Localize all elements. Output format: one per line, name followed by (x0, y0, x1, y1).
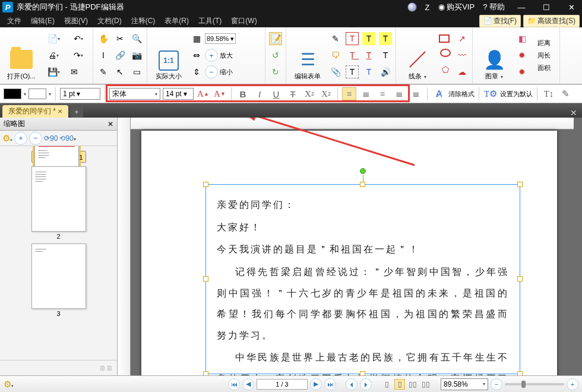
find-button[interactable]: 📄查找(F) (479, 15, 521, 27)
last-page-icon[interactable]: ⏭ (324, 378, 336, 390)
rotate-left-icon[interactable]: ↺ (269, 49, 282, 62)
next-page-icon[interactable]: ▶ (310, 378, 322, 390)
bold-icon[interactable]: B (236, 87, 250, 100)
cursor-icon[interactable]: ↖ (113, 65, 126, 78)
menu-view[interactable]: 视图(V) (59, 16, 93, 26)
font-size-select[interactable]: 14 pt ▾ (163, 88, 194, 100)
fill-color-swatch[interactable] (4, 88, 21, 99)
zoom-in-icon[interactable]: + (205, 49, 218, 62)
maximize-button[interactable]: ☐ (538, 3, 555, 12)
hand-tool-icon[interactable]: ✋ (97, 32, 110, 45)
panel-gear-icon[interactable]: ⚙▾ (2, 133, 12, 144)
copy-format-icon[interactable]: ✎ (558, 87, 572, 100)
strikeout-icon[interactable]: T (362, 65, 375, 78)
strikethrough-icon[interactable]: T (286, 87, 300, 100)
single-page-icon[interactable]: ▯ (381, 379, 392, 390)
menu-file[interactable]: 文件 (2, 16, 26, 26)
set-default-icon[interactable]: T⚙ (483, 87, 498, 100)
thumbnail-1[interactable]: ▬▬▬▬▬▬▬▬▬▬▬▬▬▬▬▬▬▬▬▬▬ 1 (31, 151, 86, 163)
thumbnail-3[interactable]: ▬▬▬▬▬▬▬▬▬▬ 3 (31, 244, 86, 317)
rotate-cw-icon[interactable]: ⟳90 (44, 134, 58, 143)
pencil-icon[interactable]: 〰 (456, 49, 469, 62)
textbox-icon[interactable]: T (346, 32, 359, 45)
fit-width-icon[interactable]: ⇔ (190, 49, 203, 62)
rotate-right-icon[interactable]: ↻ (269, 65, 282, 78)
replace-text-icon[interactable]: T (379, 49, 392, 62)
cloud-icon[interactable]: ☁ (456, 65, 469, 78)
advanced-find-button[interactable]: 📁高级查找(S) (523, 15, 580, 27)
page-view[interactable]: 亲爱的同学们： 大家好！ 今天我演讲的题目是＂和祖国在一起＂！ 记得先哲梁启超曾… (141, 131, 557, 375)
arrow-icon[interactable]: ↗ (456, 32, 469, 45)
first-page-icon[interactable]: ⏮ (228, 378, 240, 390)
text-selection-frame[interactable]: 亲爱的同学们： 大家好！ 今天我演讲的题目是＂和祖国在一起＂！ 记得先哲梁启超曾… (205, 184, 520, 374)
select-tool-icon[interactable]: I (97, 49, 110, 62)
underline-fmt-icon[interactable]: U (269, 87, 283, 100)
status-zoom-out-icon[interactable]: − (491, 378, 502, 390)
zoom-slider-knob[interactable] (521, 381, 526, 388)
sound-icon[interactable]: 🔊 (379, 65, 392, 78)
status-gear-icon[interactable]: ⚙▾ (4, 379, 14, 390)
menu-window[interactable]: 窗口(W) (226, 16, 261, 26)
lines-button[interactable]: 线条 ▾ (400, 30, 435, 81)
callout-icon[interactable]: T͟ (346, 49, 359, 62)
document-canvas[interactable]: 亲爱的同学们： 大家好！ 今天我演讲的题目是＂和祖国在一起＂！ 记得先哲梁启超曾… (118, 118, 582, 375)
open-button[interactable]: 打开(O)... (4, 30, 39, 81)
rotate-ccw-icon[interactable]: ⟲90▾ (59, 134, 75, 143)
text-highlight-icon[interactable]: T (362, 32, 375, 45)
underline-icon[interactable]: T (362, 49, 375, 62)
link-tool-icon[interactable]: 🔗 (113, 49, 126, 62)
edit-tool-icon[interactable]: ✎ (97, 65, 110, 78)
email-icon[interactable]: ✉ (68, 65, 81, 78)
text-tool2-icon[interactable]: T (379, 32, 392, 45)
close-button[interactable]: ✕ (563, 3, 580, 12)
eraser-icon[interactable]: ◧ (515, 32, 529, 45)
minimize-button[interactable]: — (513, 3, 530, 12)
menu-document[interactable]: 文档(D) (93, 16, 126, 26)
thumbnail-2[interactable]: ▬▬▬▬▬▬▬▬▬▬▬▬▬▬▬▬▬▬▬▬▬▬▬▬▬▬▬▬ 2 (31, 166, 86, 240)
align-distrib-icon[interactable]: ≣ (409, 87, 423, 100)
add-tab-button[interactable]: + (70, 107, 83, 118)
status-zoom-in-icon[interactable]: + (567, 378, 578, 390)
align-center-icon[interactable]: ≣ (359, 87, 373, 100)
line-weight-select[interactable]: 1 pt ▾ (60, 88, 100, 100)
two-page-icon[interactable]: ▯▯ (407, 379, 418, 390)
continuous-page-icon[interactable]: ▯ (394, 379, 405, 390)
nav-fwd-icon[interactable]: ⏵ (360, 378, 372, 390)
clear-format-icon[interactable]: A̷ (432, 87, 446, 100)
rect-icon[interactable] (439, 34, 450, 43)
handle-bl[interactable] (203, 371, 208, 375)
search-tool-icon[interactable]: 🔍 (130, 32, 143, 45)
handle-mr[interactable] (517, 276, 523, 282)
tabbar-close-icon[interactable]: ✕ (565, 108, 582, 118)
document-tab[interactable]: 亲爱的同学们 *✕ (2, 105, 68, 118)
gear2-icon[interactable]: ✹ (515, 49, 529, 62)
pointer-icon[interactable]: ▭ (130, 65, 143, 78)
camera-icon[interactable]: 📷 (130, 49, 143, 62)
prev-page-icon[interactable]: ◀ (242, 378, 254, 390)
align-right-icon[interactable]: ≡ (375, 87, 390, 100)
new-doc-icon[interactable]: 📄▾ (43, 32, 64, 45)
clear-format-label[interactable]: 清除格式 (448, 90, 475, 99)
text-dir-icon[interactable]: T↕ (542, 87, 556, 100)
fit-height-icon[interactable]: ⇕ (190, 65, 203, 78)
menu-comment[interactable]: 注释(C) (126, 16, 160, 26)
vip-button[interactable]: ◉ 购买VIP (438, 2, 475, 12)
increase-font-icon[interactable]: A▲ (196, 87, 210, 100)
stamps-button[interactable]: 👤 图章 ▾ (476, 30, 512, 81)
help-button[interactable]: ? 帮助 (483, 2, 505, 12)
ellipse-icon[interactable] (439, 46, 452, 59)
rotate-handle[interactable] (360, 168, 366, 174)
typewriter-icon[interactable]: T (346, 65, 359, 78)
zoom-slider[interactable] (505, 383, 564, 385)
handle-br[interactable] (517, 371, 523, 375)
thumb-zoom-out-icon[interactable]: − (29, 132, 42, 145)
italic-icon[interactable]: I (252, 87, 267, 100)
print-icon[interactable]: 🖨▾ (43, 49, 64, 62)
stroke-color-swatch[interactable] (29, 88, 46, 99)
menu-edit[interactable]: 编辑(E) (26, 16, 59, 26)
document-text[interactable]: 亲爱的同学们： 大家好！ 今天我演讲的题目是＂和祖国在一起＂！ 记得先哲梁启超曾… (206, 185, 520, 375)
note-icon[interactable]: 🗨 (329, 49, 342, 62)
globe-icon[interactable] (407, 2, 417, 12)
distance-label[interactable]: 距离 (532, 39, 556, 48)
menu-form[interactable]: 表单(R) (160, 16, 194, 26)
